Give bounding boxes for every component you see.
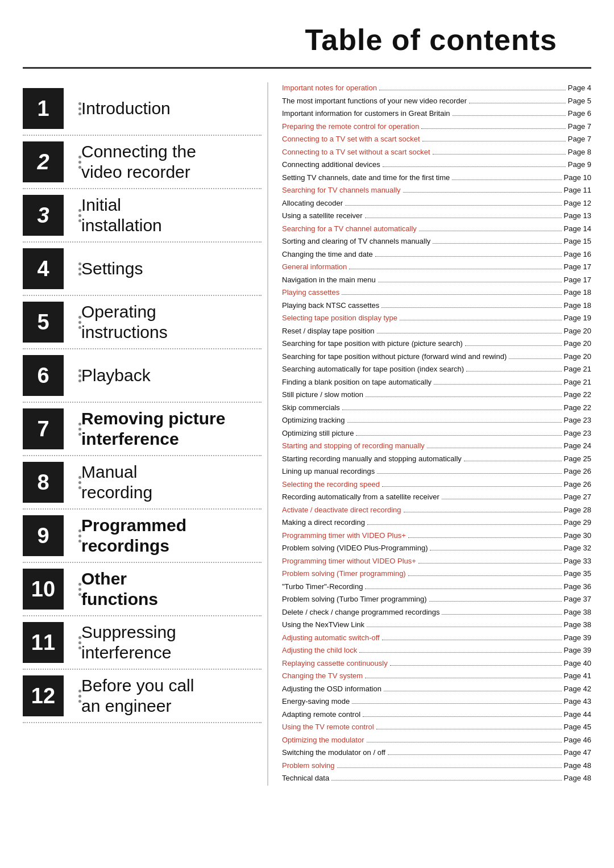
toc-label: Connecting additional devices: [282, 159, 380, 170]
toc-label: Searching automatically for tape positio…: [282, 364, 464, 375]
chapter-title: Removing pictureinterference: [81, 408, 225, 449]
toc-dots: [365, 678, 561, 678]
toc-page: Page 28: [564, 504, 591, 516]
toc-label: Adapting remote control: [282, 709, 360, 720]
chapter-number: 12: [23, 675, 64, 716]
toc-label: Adjusting the OSD information: [282, 683, 381, 695]
toc-page: Page 4: [568, 82, 591, 94]
toc-page: Page 20: [564, 326, 591, 337]
toc-label: Reset / display tape position: [282, 326, 375, 337]
toc-label: General information: [282, 261, 347, 273]
toc-dots: [337, 767, 562, 768]
toc-dots: [349, 269, 561, 269]
toc-dots: [419, 231, 562, 231]
toc-entry: Adjusting the OSD informationPage 42: [282, 683, 591, 695]
toc-label: Starting recording manually and stopping…: [282, 453, 462, 465]
toc-dots: [465, 345, 562, 346]
toc-page: Page 38: [564, 607, 591, 618]
toc-dots: [434, 384, 562, 385]
right-column: Important notes for operationPage 4The m…: [267, 82, 591, 786]
toc-page: Page 5: [568, 95, 591, 107]
toc-dots: [366, 397, 562, 397]
toc-entry: Connecting additional devicesPage 9: [282, 159, 591, 170]
toc-label: Changing the time and date: [282, 249, 373, 260]
toc-label: Problem solving (Timer programming): [282, 568, 406, 579]
toc-page: Page 39: [564, 632, 591, 644]
toc-page: Page 7: [568, 121, 591, 132]
chapter-item: 3Initialinstallation: [23, 189, 262, 243]
toc-dots: [363, 716, 562, 717]
toc-dots: [442, 499, 562, 499]
toc-dots: [345, 205, 562, 206]
toc-page: Page 39: [564, 645, 591, 656]
toc-dots: [356, 435, 561, 436]
toc-page: Page 23: [564, 415, 591, 426]
toc-label: Programming timer without VIDEO Plus+: [282, 556, 416, 567]
toc-dots: [342, 410, 562, 410]
chapter-number: 1: [23, 88, 64, 129]
toc-entry: Selecting tape position display typePage…: [282, 312, 591, 324]
toc-entry: Problem solving (Turbo Timer programming…: [282, 594, 591, 605]
toc-page: Page 7: [568, 133, 591, 145]
toc-dots: [352, 703, 561, 704]
toc-entry: Changing the time and datePage 16: [282, 249, 591, 260]
toc-label: Starting and stopping of recording manua…: [282, 440, 425, 452]
toc-page: Page 40: [564, 658, 591, 669]
toc-dots: [365, 218, 562, 218]
toc-page: Page 18: [564, 287, 591, 298]
toc-page: Page 35: [564, 568, 591, 579]
chapter-title: Otherfunctions: [81, 569, 158, 610]
chapter-number: 10: [23, 569, 64, 610]
toc-dots: [509, 358, 561, 359]
toc-entry: Problem solving (Timer programming)Page …: [282, 568, 591, 579]
toc-dots: [464, 461, 562, 461]
chapter-number: 7: [23, 408, 64, 449]
chapter-item: 10Otherfunctions: [23, 563, 262, 616]
toc-dots: [379, 90, 566, 90]
toc-entry: Playing cassettesPage 18: [282, 287, 591, 298]
toc-page: Page 19: [564, 312, 591, 324]
page: Table of contents 1Introduction2Connecti…: [0, 0, 614, 868]
toc-entry: Important notes for operationPage 4: [282, 82, 591, 94]
toc-entry: Sorting and clearing of TV channels manu…: [282, 236, 591, 247]
toc-dots: [466, 371, 561, 372]
toc-dots: [408, 575, 562, 576]
toc-dots: [381, 307, 561, 308]
toc-label: Searching for a TV channel automatically: [282, 223, 417, 235]
chapter-title: Initialinstallation: [81, 195, 162, 236]
toc-label: Making a direct recording: [282, 517, 365, 528]
title-section: Table of contents: [23, 23, 591, 69]
toc-entry: Connecting to a TV set without a scart s…: [282, 147, 591, 158]
toc-entry: Problem solvingPage 48: [282, 760, 591, 771]
toc-label: Finding a blank position on tape automat…: [282, 377, 432, 388]
toc-dots: [400, 320, 561, 320]
chapter-title: Settings: [81, 258, 143, 279]
toc-entry: Setting TV channels, date and time for t…: [282, 172, 591, 183]
toc-label: Selecting tape position display type: [282, 312, 397, 324]
toc-entry: Playing back NTSC cassettesPage 18: [282, 300, 591, 311]
toc-label: Sorting and clearing of TV channels manu…: [282, 236, 430, 247]
toc-page: Page 18: [564, 300, 591, 311]
toc-entry: Preparing the remote control for operati…: [282, 121, 591, 132]
toc-page: Page 23: [564, 428, 591, 439]
toc-page: Page 32: [564, 542, 591, 554]
toc-entry: Replaying cassette continuouslyPage 40: [282, 658, 591, 669]
chapter-item: 9Programmedrecordings: [23, 510, 262, 563]
toc-dots: [433, 243, 561, 244]
toc-label: Using the NexTView Link: [282, 619, 364, 631]
toc-label: The most important functions of your new…: [282, 95, 467, 107]
toc-page: Page 38: [564, 619, 591, 631]
toc-entry: Programming timer with VIDEO Plus+Page 3…: [282, 530, 591, 541]
toc-page: Page 29: [564, 517, 591, 528]
toc-label: Problem solving (VIDEO Plus-Programming): [282, 542, 428, 554]
chapter-item: 5Operatinginstructions: [23, 296, 262, 349]
toc-dots: [429, 601, 562, 602]
toc-entry: Searching for a TV channel automatically…: [282, 223, 591, 235]
toc-page: Page 45: [564, 721, 591, 733]
toc-page: Page 26: [564, 466, 591, 477]
toc-page: Page 22: [564, 402, 591, 414]
toc-dots: [384, 691, 562, 691]
toc-dots: [367, 524, 562, 525]
toc-label: Setting TV channels, date and time for t…: [282, 172, 450, 183]
toc-entry: Changing the TV systemPage 41: [282, 670, 591, 682]
